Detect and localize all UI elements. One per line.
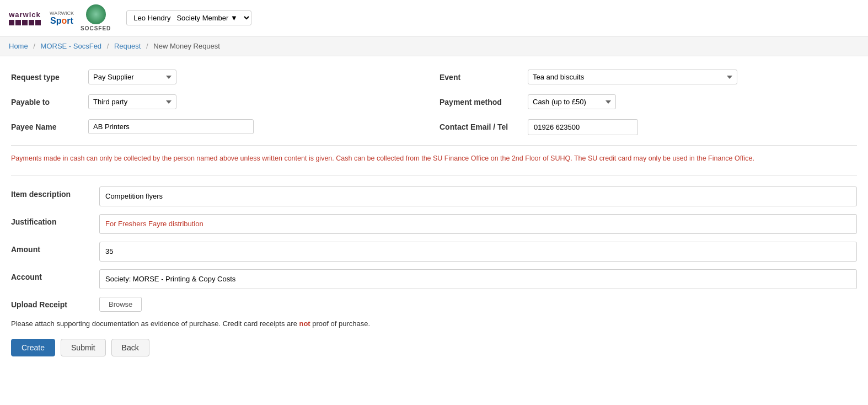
request-type-select[interactable]: Pay Supplier (88, 70, 176, 84)
amount-label: Amount (11, 242, 99, 254)
cash-notice: Payments made in cash can only be collec… (11, 145, 857, 164)
account-input[interactable] (99, 269, 857, 289)
upload-receipt-row: Upload Receipt Browse (11, 297, 857, 312)
breadcrumb-subsection[interactable]: Request (114, 42, 141, 50)
back-button[interactable]: Back (111, 339, 149, 356)
upload-notice-bold: not (299, 319, 310, 328)
event-select[interactable]: Tea and biscuits (528, 70, 737, 84)
top-form-layout: Request type Pay Supplier Payable to Thi… (11, 70, 857, 145)
event-row: Event Tea and biscuits (440, 70, 857, 84)
event-label: Event (440, 73, 528, 82)
breadcrumb-section[interactable]: MORSE - SocsFed (41, 42, 102, 50)
account-label: Account (11, 269, 99, 281)
browse-button[interactable]: Browse (99, 297, 142, 312)
payee-name-input[interactable] (88, 119, 254, 134)
item-description-row: Item description (11, 186, 857, 206)
payable-to-select[interactable]: Third party (88, 94, 176, 109)
upload-notice: Please attach supporting documentation a… (11, 319, 857, 328)
action-buttons: Create Submit Back (11, 339, 857, 356)
payment-method-label: Payment method (440, 98, 528, 106)
request-type-row: Request type Pay Supplier (11, 70, 428, 84)
submit-button[interactable]: Submit (61, 339, 106, 356)
item-description-label: Item description (11, 186, 99, 199)
breadcrumb: Home / MORSE - SocsFed / Request / New M… (0, 36, 868, 56)
justification-input[interactable] (99, 214, 857, 234)
item-description-input[interactable] (99, 186, 857, 206)
upload-notice-prefix: Please attach supporting documentation a… (11, 319, 299, 328)
justification-row: Justification (11, 214, 857, 234)
account-row: Account (11, 269, 857, 289)
payment-method-select[interactable]: Cash (up to £50) (528, 94, 616, 109)
payee-name-label: Payee Name (11, 122, 88, 131)
left-form-col: Request type Pay Supplier Payable to Thi… (11, 70, 428, 145)
contact-label: Contact Email / Tel (440, 122, 528, 132)
warwick-su-logo: warwick (9, 10, 41, 25)
payee-name-row: Payee Name (11, 119, 428, 134)
contact-input[interactable] (528, 119, 638, 135)
amount-input[interactable] (99, 242, 857, 262)
bottom-form: Item description Justification Amount Ac… (11, 186, 857, 312)
main-content: Request type Pay Supplier Payable to Thi… (0, 56, 868, 370)
section-divider (11, 175, 857, 175)
warwick-text: warwick (9, 10, 41, 19)
breadcrumb-home[interactable]: Home (9, 42, 28, 50)
user-role-select[interactable]: Leo Hendry Society Member ▼ (126, 10, 251, 25)
contact-row: Contact Email / Tel (440, 119, 857, 135)
header: warwick WARWICK Sport SOCSFED Leo Hendry… (0, 0, 868, 36)
payable-to-label: Payable to (11, 98, 88, 106)
warwick-squares (9, 20, 41, 25)
upload-notice-suffix: proof of purchase. (310, 319, 370, 328)
sport-logo: WARWICK Sport (50, 10, 74, 26)
right-form-col: Event Tea and biscuits Payment method Ca… (440, 70, 857, 145)
breadcrumb-current: New Money Request (153, 42, 220, 50)
amount-row: Amount (11, 242, 857, 262)
socsfed-logo: SOCSFED (81, 4, 111, 31)
create-button[interactable]: Create (11, 339, 55, 356)
payable-to-row: Payable to Third party (11, 94, 428, 109)
request-type-label: Request type (11, 73, 88, 82)
payment-method-row: Payment method Cash (up to £50) (440, 94, 857, 109)
upload-receipt-label: Upload Receipt (11, 297, 99, 309)
justification-label: Justification (11, 214, 99, 226)
